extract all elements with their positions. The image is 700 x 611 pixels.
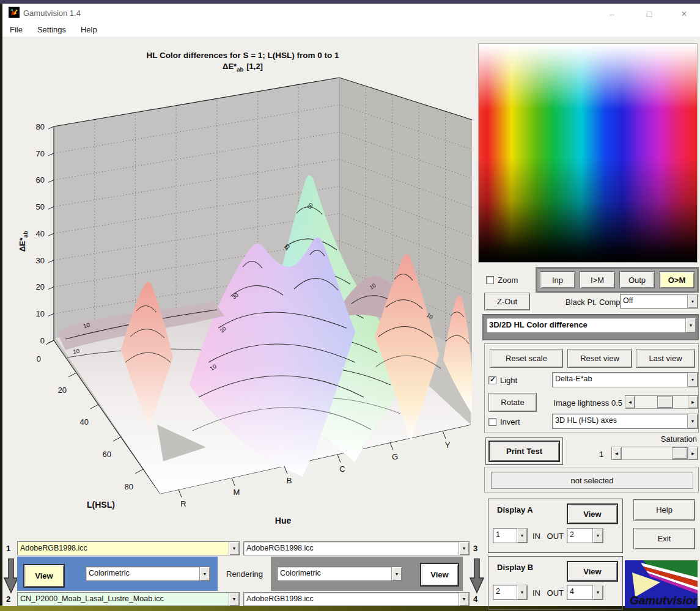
y-axis-label: L(HSL) xyxy=(87,500,115,510)
flow-down-arrow-icon xyxy=(4,558,18,594)
reset-view-button[interactable]: Reset view xyxy=(567,349,632,368)
light-checkbox-label: Light xyxy=(500,376,517,385)
chevron-down-icon[interactable] xyxy=(459,593,469,606)
display-a-out-dropdown[interactable]: 2 xyxy=(567,528,603,543)
plot-subtitle: ΔE*ab[1,2] xyxy=(223,62,263,73)
svg-text:0: 0 xyxy=(37,354,41,364)
svg-text:70: 70 xyxy=(36,149,45,158)
outp-button[interactable]: Outp xyxy=(619,271,655,288)
slider-left-arrow-icon[interactable]: ◄ xyxy=(611,447,622,460)
inp-button[interactable]: Inp xyxy=(540,271,575,288)
svg-text:60: 60 xyxy=(103,450,111,459)
chevron-down-icon[interactable] xyxy=(687,414,698,428)
status-frame: not selected xyxy=(484,467,699,492)
status-text: not selected xyxy=(570,476,613,485)
rendering-label: Rendering xyxy=(221,569,268,579)
light-checkbox[interactable] xyxy=(488,376,496,384)
chevron-down-icon[interactable] xyxy=(517,585,527,599)
rendering-intent-right-dropdown[interactable]: Colorimetric xyxy=(277,566,402,581)
color-metric-dropdown[interactable]: Delta-E*ab xyxy=(552,372,698,387)
surface-plot-canvas[interactable]: HL Color differences for S = 1; L(HSL) f… xyxy=(9,40,474,535)
flow-down-arrow-icon xyxy=(470,558,484,594)
axes-mode-dropdown[interactable]: 3D HL (HSL) axes xyxy=(552,414,698,429)
display-b-view-button[interactable]: View xyxy=(567,561,618,582)
chevron-down-icon[interactable] xyxy=(592,585,603,599)
slider-left-arrow-icon[interactable]: ◄ xyxy=(625,395,635,409)
profile-1-dropdown[interactable]: AdobeRGB1998.icc xyxy=(17,541,240,555)
black-pt-comp-label: Black Pt. Comp. xyxy=(566,298,622,307)
output-panel: Colorimetric View xyxy=(271,557,463,591)
slider-track[interactable] xyxy=(635,395,688,409)
invert-checkbox-label: Invert xyxy=(500,417,520,426)
svg-text:0: 0 xyxy=(40,336,45,345)
chevron-down-icon[interactable] xyxy=(685,318,696,332)
maximize-button[interactable]: □ xyxy=(643,7,656,21)
hue-lightness-gamut-image[interactable] xyxy=(478,43,698,263)
image-lightness-slider[interactable]: ◄ ► xyxy=(625,395,698,409)
svg-text:40: 40 xyxy=(80,417,89,426)
o-to-m-button[interactable]: O>M xyxy=(659,271,694,288)
svg-text:10: 10 xyxy=(36,309,45,318)
plot-title: HL Color differences for S = 1; L(HSL) f… xyxy=(146,51,339,60)
chevron-down-icon[interactable] xyxy=(391,567,402,580)
print-test-button[interactable]: Print Test xyxy=(488,441,560,462)
svg-text:Gamutvision: Gamutvision xyxy=(630,594,698,607)
profile-3-dropdown[interactable]: AdobeRGB1998.icc xyxy=(243,541,470,555)
svg-text:30: 30 xyxy=(36,256,45,265)
slider-thumb[interactable] xyxy=(672,447,688,459)
slider-right-arrow-icon[interactable]: ► xyxy=(688,447,698,460)
display-b-out-dropdown[interactable]: 4 xyxy=(567,585,603,600)
saturation-label: Saturation xyxy=(648,434,697,444)
rendering-intent-left-dropdown[interactable]: Colorimetric xyxy=(86,566,210,581)
profile-2-dropdown[interactable]: CN_P2000_Moab_Lasal_Lustre_Moab.icc xyxy=(17,592,240,606)
view-input-button[interactable]: View xyxy=(23,564,65,588)
help-button[interactable]: Help xyxy=(633,499,695,521)
chevron-down-icon[interactable] xyxy=(229,542,239,555)
menu-settings[interactable]: Settings xyxy=(37,25,66,34)
close-button[interactable]: × xyxy=(677,7,691,21)
exit-button[interactable]: Exit xyxy=(633,528,695,549)
chevron-down-icon[interactable] xyxy=(459,542,469,555)
i-to-m-button[interactable]: I>M xyxy=(580,271,615,288)
svg-text:Y: Y xyxy=(445,441,451,450)
display-a-in-dropdown[interactable]: 1 xyxy=(493,528,528,543)
chevron-down-icon[interactable] xyxy=(229,593,239,606)
image-lightness-label: Image lightness 0.5 xyxy=(549,398,622,408)
menu-file[interactable]: File xyxy=(10,25,23,34)
chevron-down-icon[interactable] xyxy=(687,373,698,387)
title-bar: Gamutvision 1.4 – □ × xyxy=(2,4,700,23)
x-axis-label: Hue xyxy=(275,516,292,525)
svg-text:20: 20 xyxy=(36,282,45,291)
slider-track[interactable] xyxy=(622,447,688,460)
view-output-button[interactable]: View xyxy=(420,563,459,587)
invert-checkbox[interactable] xyxy=(488,418,496,426)
profile-4-dropdown[interactable]: AdobeRGB1998.icc xyxy=(243,592,470,606)
display-b-inout-label: IN OUT xyxy=(532,588,564,598)
rotate-button[interactable]: Rotate xyxy=(488,393,537,412)
z-out-button[interactable]: Z-Out xyxy=(484,293,530,310)
view-mode-frame: 3D/2D HL Color difference xyxy=(482,314,699,340)
window-title: Gamutvision 1.4 xyxy=(23,9,81,18)
chevron-down-icon[interactable] xyxy=(517,529,527,543)
view-mode-dropdown[interactable]: 3D/2D HL Color difference xyxy=(486,318,696,333)
slider-right-arrow-icon[interactable]: ► xyxy=(688,395,698,409)
svg-text:40: 40 xyxy=(36,229,45,238)
display-a-view-button[interactable]: View xyxy=(567,503,618,524)
chevron-down-icon[interactable] xyxy=(199,567,210,580)
display-b-in-dropdown[interactable]: 2 xyxy=(493,585,528,600)
chevron-down-icon[interactable] xyxy=(687,295,698,308)
gamutvision-logo: Gamutvision xyxy=(625,560,698,608)
zoom-checkbox[interactable] xyxy=(486,276,494,284)
chevron-down-icon[interactable] xyxy=(592,529,603,543)
svg-text:50: 50 xyxy=(36,202,45,211)
svg-text:60: 60 xyxy=(36,175,45,185)
last-view-button[interactable]: Last view xyxy=(636,349,695,368)
menu-help[interactable]: Help xyxy=(81,25,97,34)
reset-scale-button[interactable]: Reset scale xyxy=(490,349,563,368)
black-pt-comp-dropdown[interactable]: Off xyxy=(620,294,698,309)
svg-text:G: G xyxy=(392,452,398,461)
profile-4-number: 4 xyxy=(473,595,477,604)
slider-thumb[interactable] xyxy=(657,396,673,408)
saturation-slider[interactable]: ◄ ► xyxy=(611,447,698,460)
minimize-button[interactable]: – xyxy=(605,7,619,21)
